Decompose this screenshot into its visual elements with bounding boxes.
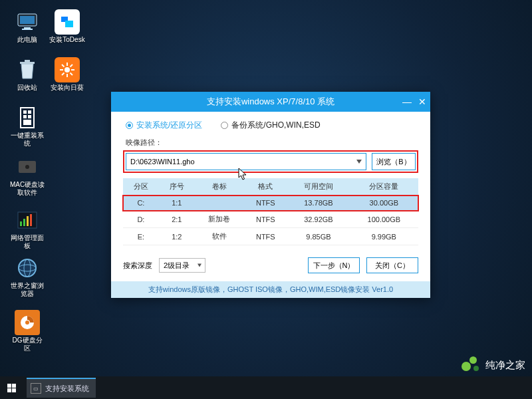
th-index: 序号 <box>159 178 195 196</box>
cell: 9.99GB <box>350 228 418 245</box>
search-depth-dropdown[interactable]: 2级目录 <box>159 258 205 273</box>
cell: C: <box>123 196 159 211</box>
close-dialog-button[interactable]: 关闭（C） <box>366 257 418 273</box>
cell <box>195 196 244 211</box>
windows-logo-icon <box>7 384 16 392</box>
th-fs: 格式 <box>243 178 287 196</box>
svg-rect-3 <box>22 29 33 30</box>
search-depth-label: 搜索深度 <box>123 261 152 271</box>
browse-button[interactable]: 浏览（B） <box>372 153 416 170</box>
cell: E: <box>123 228 159 245</box>
image-path-dropdown[interactable]: D:\0623\WIN11.gho <box>126 153 366 170</box>
svg-rect-17 <box>27 216 29 226</box>
svg-rect-5 <box>25 60 30 62</box>
desktop-icon-label: 回收站 <box>9 84 45 92</box>
table-header-row: 分区 序号 卷标 格式 可用空间 分区容量 <box>123 178 418 196</box>
desktop-icon-recycle-bin[interactable]: 回收站 <box>9 57 45 92</box>
desktop-icon-label: 此电脑 <box>9 36 45 44</box>
chevron-down-icon <box>356 160 362 164</box>
svg-rect-18 <box>30 214 32 226</box>
svg-rect-4 <box>20 62 35 64</box>
table-row[interactable]: C: 1:1 NTFS 13.78GB 30.00GB <box>123 196 418 211</box>
desktop-icon-sunflower[interactable]: 安装向日葵 <box>49 57 85 92</box>
table-row[interactable]: E: 1:2 软件 NTFS 9.85GB 9.99GB <box>123 228 418 245</box>
svg-point-23 <box>25 321 29 325</box>
cell: 新加卷 <box>195 211 244 228</box>
radio-label: 备份系统/GHO,WIN,ESD <box>231 120 320 131</box>
radio-dot-icon <box>126 122 133 129</box>
svg-line-30 <box>70 73 73 76</box>
watermark: 纯净之家 <box>462 356 525 374</box>
radio-dot-icon <box>221 122 228 129</box>
radio-install-restore[interactable]: 安装系统/还原分区 <box>126 120 202 131</box>
taskbar-item-installer[interactable]: ▭ 支持安装系统 <box>27 378 96 398</box>
start-button[interactable] <box>0 376 23 399</box>
desktop-icon-label: 世界之窗浏览器 <box>9 282 45 297</box>
radio-backup[interactable]: 备份系统/GHO,WIN,ESD <box>221 120 320 131</box>
svg-rect-9 <box>23 115 27 118</box>
minimize-button[interactable]: — <box>402 96 412 107</box>
cell: NTFS <box>243 196 287 211</box>
cell: 13.78GB <box>287 196 349 211</box>
svg-point-13 <box>25 165 29 169</box>
taskbar: ▭ 支持安装系统 <box>0 376 532 399</box>
dialog-titlebar[interactable]: 支持安装windows XP/7/8/10 系统 — ✕ <box>111 92 430 112</box>
taskbar-app-icon: ▭ <box>31 383 41 394</box>
svg-point-24 <box>65 67 70 72</box>
svg-line-31 <box>70 65 73 67</box>
table-row[interactable]: D: 2:1 新加卷 NTFS 32.92GB 100.00GB <box>123 211 418 228</box>
svg-rect-15 <box>20 221 22 226</box>
close-button[interactable]: ✕ <box>418 96 426 107</box>
svg-point-19 <box>19 259 36 277</box>
desktop-icon-label: DG硬盘分区 <box>9 336 45 352</box>
svg-rect-8 <box>28 110 31 114</box>
cell: 1:2 <box>159 228 195 245</box>
dialog-footer-text: 支持windows原版镜像，GHOST ISO镜像，GHO,WIM,ESD镜像安… <box>111 281 430 298</box>
svg-rect-10 <box>28 115 31 118</box>
chevron-down-icon <box>198 264 201 267</box>
svg-rect-1 <box>20 16 35 24</box>
cell: NTFS <box>243 228 287 245</box>
cell: D: <box>123 211 159 228</box>
watermark-text: 纯净之家 <box>485 359 525 372</box>
cell: 软件 <box>195 228 244 245</box>
search-depth-value: 2级目录 <box>164 261 190 271</box>
th-volume: 卷标 <box>195 178 244 196</box>
th-partition: 分区 <box>123 178 159 196</box>
path-highlight-box: D:\0623\WIN11.gho 浏览（B） <box>123 150 418 173</box>
svg-line-32 <box>62 73 65 76</box>
desktop-icon-todesk[interactable]: 安装ToDesk <box>49 9 85 44</box>
cell: 9.85GB <box>287 228 349 245</box>
svg-line-29 <box>62 65 65 67</box>
desktop-icon-this-pc[interactable]: 此电脑 <box>9 9 45 44</box>
desktop-icon-label: 安装向日葵 <box>49 84 85 92</box>
cell: 100.00GB <box>350 211 418 228</box>
svg-rect-11 <box>23 120 31 125</box>
install-dialog: 支持安装windows XP/7/8/10 系统 — ✕ 安装系统/还原分区 备… <box>111 92 430 298</box>
desktop-icon-label: 网络管理面板 <box>9 234 45 249</box>
cell: 2:1 <box>159 211 195 228</box>
cell: NTFS <box>243 211 287 228</box>
desktop-icon-label: 一键重装系统 <box>9 132 45 147</box>
desktop-icon-label: MAC硬盘读取软件 <box>9 181 45 196</box>
svg-rect-7 <box>23 110 27 114</box>
cell: 32.92GB <box>287 211 349 228</box>
next-button[interactable]: 下一步（N） <box>308 257 360 273</box>
image-path-value: D:\0623\WIN11.gho <box>130 158 195 166</box>
th-size: 分区容量 <box>350 178 418 196</box>
desktop-icon-network-panel[interactable]: 网络管理面板 <box>9 207 45 249</box>
svg-rect-2 <box>24 27 31 29</box>
desktop-icon-dg-partition[interactable]: DG硬盘分区 <box>9 310 45 352</box>
radio-label: 安装系统/还原分区 <box>136 120 202 131</box>
desktop-icon-mac-disk[interactable]: MAC硬盘读取软件 <box>9 154 45 196</box>
image-path-label: 映像路径： <box>126 138 418 148</box>
cell: 30.00GB <box>350 196 418 211</box>
desktop-icon-reinstall[interactable]: 一键重装系统 <box>9 105 45 147</box>
cell: 1:1 <box>159 196 195 211</box>
dialog-title: 支持安装windows XP/7/8/10 系统 <box>207 96 334 108</box>
th-free: 可用空间 <box>287 178 349 196</box>
desktop-icon-theworld-browser[interactable]: 世界之窗浏览器 <box>9 255 45 297</box>
taskbar-item-label: 支持安装系统 <box>45 384 89 394</box>
partition-table: 分区 序号 卷标 格式 可用空间 分区容量 C: 1:1 NTFS 13.78G… <box>123 178 418 245</box>
watermark-logo-icon <box>462 356 481 374</box>
